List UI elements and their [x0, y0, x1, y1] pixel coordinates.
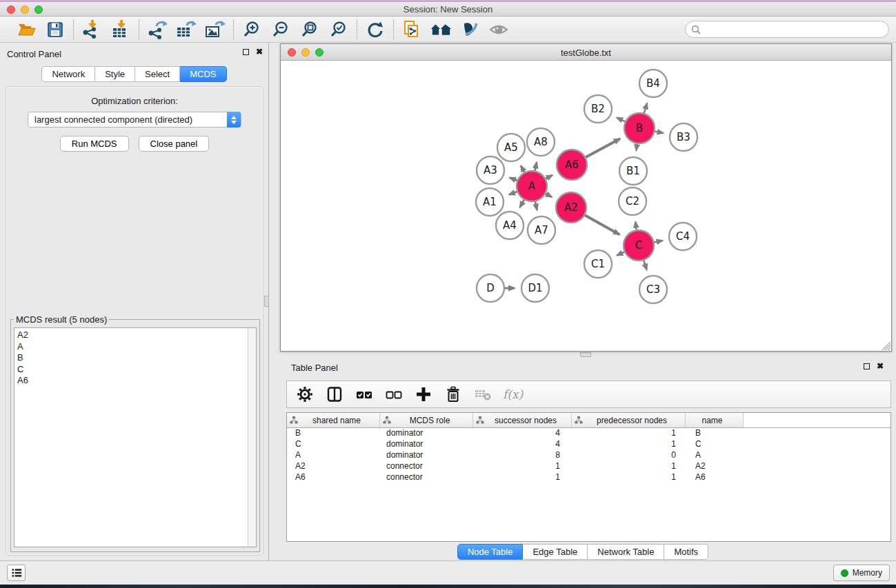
deselect-all-icon[interactable] [384, 385, 404, 404]
column-header-successor-nodes[interactable]: successor nodes [473, 413, 572, 428]
add-column-icon[interactable] [414, 385, 433, 404]
graph-node-label: A6 [565, 159, 579, 171]
tab-style[interactable]: Style [95, 66, 135, 82]
graph-edge[interactable] [584, 214, 619, 234]
table-row[interactable]: Adominator80A [287, 450, 890, 461]
table-cell[interactable]: C [287, 439, 380, 450]
list-item[interactable]: A2 [17, 330, 256, 341]
table-cell[interactable]: A [287, 450, 380, 461]
show-all-networks-icon[interactable] [430, 20, 451, 39]
optimization-criterion-select[interactable]: largest connected component (directed) [28, 112, 241, 128]
float-panel-icon[interactable] [243, 49, 249, 55]
split-divider-handle[interactable] [580, 352, 591, 357]
table-cell[interactable]: A2 [686, 461, 744, 472]
close-panel-button[interactable]: Close panel [139, 136, 210, 152]
list-item[interactable]: C [17, 364, 256, 376]
table-row[interactable]: A6connector11A6 [287, 472, 890, 483]
export-table-icon[interactable] [176, 20, 197, 39]
list-item[interactable]: A6 [17, 375, 256, 387]
split-divider-handle[interactable] [264, 296, 269, 307]
table-cell[interactable]: 1 [572, 439, 686, 450]
result-scrollbar[interactable] [248, 328, 256, 547]
select-all-icon[interactable] [355, 385, 374, 404]
table-cell[interactable]: B [686, 428, 744, 439]
table-cell[interactable]: 1 [572, 472, 686, 483]
mcds-result-list[interactable]: A2ABCA6 [14, 327, 257, 547]
network-window-titlebar[interactable]: testGlobe.txt [281, 44, 891, 61]
search-input[interactable] [704, 23, 888, 37]
column-header-predecessor-nodes[interactable]: predecessor nodes [572, 413, 686, 428]
tab-motifs[interactable]: Motifs [664, 544, 708, 560]
table-row[interactable]: A2connector11A2 [287, 461, 890, 472]
table-cell[interactable]: A6 [287, 472, 380, 483]
clone-network-icon[interactable] [401, 20, 422, 39]
column-type-icon [290, 416, 298, 424]
table-row[interactable]: Bdominator41B [287, 428, 890, 439]
table-cell[interactable]: A2 [287, 461, 380, 472]
graph-node-label: D [486, 282, 495, 294]
table-cell[interactable]: dominator [380, 450, 473, 461]
import-network-icon[interactable] [81, 20, 102, 39]
import-table-icon[interactable] [110, 20, 131, 39]
table-cell[interactable]: A [686, 450, 744, 461]
list-item[interactable]: A [17, 341, 256, 353]
table-cell[interactable]: connector [380, 472, 473, 483]
table-cell[interactable]: dominator [380, 428, 473, 439]
graph-edge[interactable] [617, 118, 626, 122]
float-table-panel-icon[interactable] [864, 363, 870, 369]
table-row[interactable]: Cdominator41C [287, 439, 890, 450]
resize-grip-icon[interactable] [881, 341, 890, 350]
tab-node-table[interactable]: Node Table [457, 544, 524, 560]
table-cell[interactable]: connector [380, 461, 473, 472]
zoom-fit-icon[interactable] [299, 20, 320, 39]
show-columns-icon[interactable] [325, 385, 344, 404]
table-cell[interactable]: A6 [686, 472, 744, 483]
export-network-icon[interactable] [147, 20, 168, 39]
table-cell[interactable]: 4 [473, 428, 572, 439]
tab-mcds[interactable]: MCDS [180, 66, 226, 82]
table-cell[interactable]: B [287, 428, 380, 439]
table-cell[interactable]: 4 [473, 439, 572, 450]
table-cell[interactable]: 0 [572, 450, 686, 461]
table-cell[interactable]: 1 [572, 428, 686, 439]
toggle-graphics-details-icon[interactable] [459, 20, 480, 39]
table-cell[interactable]: 8 [473, 450, 572, 461]
tab-edge-table[interactable]: Edge Table [523, 544, 588, 560]
tab-select[interactable]: Select [135, 66, 180, 82]
tab-network-table[interactable]: Network Table [588, 544, 664, 560]
status-bar: Memory [0, 560, 896, 585]
delete-columns-trash-icon[interactable] [444, 385, 463, 404]
table-cell[interactable]: 1 [473, 461, 572, 472]
column-header-name[interactable]: name [686, 413, 744, 428]
table-cell[interactable]: 1 [572, 461, 686, 472]
export-image-icon[interactable] [205, 20, 226, 39]
column-header-shared-name[interactable]: shared name [287, 413, 380, 428]
memory-button[interactable]: Memory [833, 565, 890, 581]
close-table-panel-icon[interactable]: ✖ [877, 363, 884, 369]
zoom-selected-icon[interactable] [328, 20, 349, 39]
graph-node-label: B3 [677, 131, 690, 143]
tab-network[interactable]: Network [41, 66, 95, 82]
refresh-icon[interactable] [365, 20, 386, 39]
search-field[interactable] [685, 21, 889, 38]
graph-edge[interactable] [644, 103, 647, 114]
zoom-out-icon[interactable] [270, 20, 291, 39]
table-cell[interactable]: C [686, 439, 744, 450]
column-header-mcds-role[interactable]: MCDS role [380, 413, 473, 428]
network-canvas[interactable]: B4B2BB3A8A5A6B1A3AA1C2A2A4A7C4CC1C3DD1 [281, 61, 891, 351]
graph-edge[interactable] [644, 259, 647, 270]
list-item[interactable]: B [17, 352, 256, 364]
open-session-icon[interactable] [16, 20, 37, 39]
graph-edge[interactable] [584, 139, 619, 158]
main-toolbar [0, 17, 896, 43]
table-cell[interactable]: dominator [380, 439, 473, 450]
show-hide-eye-icon[interactable] [488, 20, 509, 39]
zoom-in-icon[interactable] [241, 20, 262, 39]
graph-node-label: C1 [591, 258, 605, 270]
close-panel-icon[interactable]: ✖ [256, 48, 263, 55]
table-settings-gear-icon[interactable] [295, 385, 315, 404]
task-history-button[interactable] [7, 565, 26, 581]
save-session-icon[interactable] [45, 20, 66, 39]
table-cell[interactable]: 1 [473, 472, 572, 483]
run-mcds-button[interactable]: Run MCDS [60, 136, 129, 152]
